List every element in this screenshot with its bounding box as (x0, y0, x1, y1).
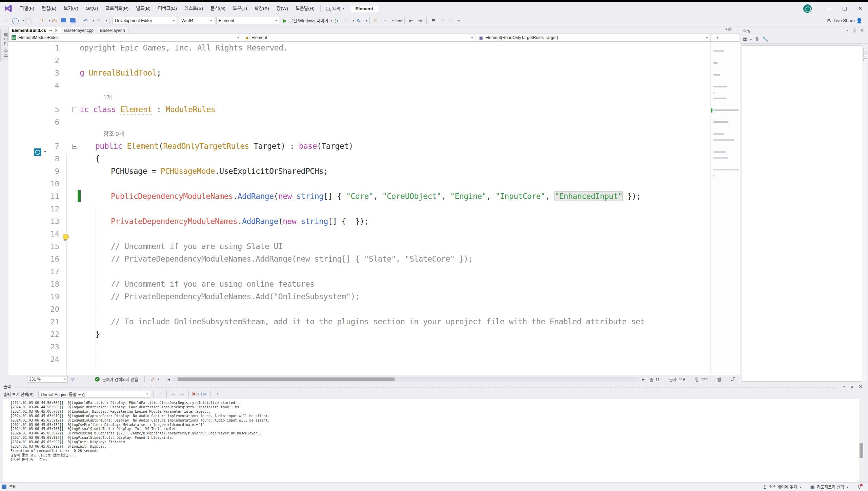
type-dropdown[interactable]: ◆ Element▾ (242, 34, 476, 41)
maximize-button[interactable]: ▢ (837, 3, 852, 14)
word-wrap-icon[interactable]: ab↵ (200, 390, 208, 398)
menu-item[interactable]: 도구(T) (229, 4, 251, 13)
chevron-down-icon[interactable]: ▾ (331, 19, 332, 22)
save-all-button[interactable] (68, 17, 76, 25)
tab-list-dropdown-icon[interactable]: ▾ 🗗 (725, 27, 732, 32)
member-dropdown[interactable]: ▣ Element(ReadOnlyTargetRules Target)▾ (476, 34, 711, 41)
menu-item[interactable]: 빌드(B) (132, 4, 154, 13)
chevron-down-icon[interactable]: ▾ (49, 19, 51, 22)
close-icon[interactable]: ✕ (859, 384, 863, 389)
notifications-button[interactable] (857, 485, 862, 489)
menu-item[interactable]: 창(W) (273, 4, 292, 13)
document-tab[interactable]: BasePlayer.h (97, 27, 128, 34)
document-tab[interactable]: BasePlayer.cpp (61, 27, 97, 34)
undo-button[interactable]: ↶ (81, 17, 89, 25)
project-dropdown[interactable]: C# ElementModuleRules▾ (9, 34, 242, 41)
start-debugging-button[interactable]: ▶ (281, 17, 289, 25)
chevron-down-icon[interactable]: ▾ (106, 19, 107, 22)
navbar-add-button[interactable]: + (711, 34, 724, 41)
next-bookmark-button[interactable]: ⚐ (447, 17, 455, 25)
properties-grid[interactable] (742, 45, 862, 382)
menu-item[interactable]: 편집(E) (38, 4, 60, 13)
menu-item[interactable]: 보기(V) (60, 4, 82, 13)
close-icon[interactable]: ✕ (860, 28, 864, 33)
data-sources-tab[interactable]: 데이터 소스 (0, 29, 8, 61)
menu-item[interactable]: 분석(N) (207, 4, 229, 13)
share-icon[interactable]: ⇱ (825, 17, 833, 25)
output-view-dropdown[interactable]: Unreal Engine 통합 로깅▾ (38, 391, 150, 398)
chevron-down-icon[interactable]: ▾ (353, 19, 355, 22)
fold-collapse-button[interactable]: – (72, 144, 77, 149)
solution-explorer-button[interactable]: ⌂ (381, 17, 389, 25)
eol-indicator[interactable]: LF (730, 377, 735, 382)
code-cleanup-icon[interactable]: 🖉 (151, 377, 155, 382)
add-user-icon[interactable]: 👤 (855, 17, 863, 25)
pin-tab-icon[interactable]: ⇀ (49, 27, 52, 34)
indent-decrease-icon[interactable]: ⇤ (407, 17, 415, 25)
toolbar-grip[interactable]: ⋮⋮ (2, 18, 9, 23)
indent-increase-icon[interactable]: ⇥ (416, 17, 424, 25)
fold-collapse-button[interactable]: – (72, 107, 77, 112)
previous-bookmark-button[interactable]: ⚐ (438, 17, 446, 25)
start-without-debugging-button[interactable]: ▷ (333, 17, 341, 25)
menu-item[interactable]: 테스트(S) (181, 4, 207, 13)
properties-scrollbar[interactable] (863, 47, 867, 382)
bookmark-button[interactable]: ⚑ (429, 17, 437, 25)
output-header[interactable]: 출력 ▾ ⊼ ✕ (0, 383, 868, 390)
pin-icon[interactable]: ⊼ (850, 384, 854, 389)
platform-dropdown[interactable]: Win64▾ (179, 17, 214, 24)
zoom-level-dropdown[interactable]: 231 %▾ (27, 376, 68, 383)
scroll-left-arrow[interactable]: ◂ (167, 377, 170, 382)
indent-mode-indicator[interactable]: 탭 (717, 376, 721, 382)
chevron-down-icon[interactable]: ▾ (93, 19, 94, 22)
close-button[interactable]: ✕ (852, 3, 868, 14)
output-log[interactable]: [2024.01.03-06.44.58:562][ 0]LogWorldPar… (3, 399, 860, 491)
menu-item[interactable]: 도움말(H) (292, 4, 318, 13)
chevron-down-icon[interactable]: ▾ (366, 19, 367, 22)
chevron-down-icon[interactable]: ▾ (22, 19, 24, 22)
timestamp-icon[interactable]: ◔ (213, 390, 221, 398)
close-tab-icon[interactable]: ✕ (55, 27, 58, 34)
spell-check-button[interactable]: ✓abc (394, 17, 402, 25)
alphabetical-sort-icon[interactable]: ⇅ (755, 37, 759, 41)
categorized-view-icon[interactable]: ▦▾ (743, 37, 752, 41)
horizontal-scrollbar-thumb[interactable] (178, 377, 395, 381)
editor-info-icon[interactable]: ⚲ (71, 377, 75, 382)
menu-item[interactable]: 확장(X) (251, 4, 273, 13)
menu-item[interactable]: 파일(F) (16, 4, 38, 13)
startup-project-dropdown[interactable]: Element▾ (216, 17, 279, 24)
refresh-button[interactable]: ↻ (355, 17, 363, 25)
quick-actions-lightbulb-icon[interactable] (63, 234, 69, 240)
add-to-source-control-button[interactable]: ↥ 소스 제어에 추가 ▴ (763, 484, 801, 490)
menu-item[interactable]: 디버그(D) (154, 4, 181, 13)
window-position-icon[interactable]: ▾ (843, 385, 845, 388)
live-share-label[interactable]: Live Share (834, 18, 855, 23)
navigate-back-button[interactable]: ← (11, 17, 19, 25)
navigate-forward-button[interactable]: → (24, 17, 33, 25)
next-message-icon[interactable]: ⇒ (178, 390, 186, 398)
new-file-button[interactable]: 🗋 (38, 17, 46, 25)
open-file-button[interactable]: 🗁 (51, 17, 59, 25)
clear-all-icon[interactable]: ✕≡ (191, 390, 199, 398)
select-repository-button[interactable]: ▣ 리포지토리 선택 ▴ (810, 484, 848, 490)
menu-item[interactable]: 프로젝트(P) (102, 4, 133, 13)
menu-item[interactable]: Git(G) (82, 4, 102, 13)
search-box[interactable]: 검색 ▾ (323, 5, 347, 12)
code-editor[interactable]: 1opyright Epic Games, Inc. All Rights Re… (8, 42, 740, 375)
chevron-down-icon[interactable]: ▾ (458, 19, 460, 22)
window-position-icon[interactable]: ▾ (846, 29, 848, 32)
health-status-label[interactable]: 문제가 검색되지 않음 (102, 376, 138, 382)
panel-drag-handle[interactable] (15, 385, 836, 388)
horizontal-scrollbar[interactable] (173, 377, 640, 382)
property-pages-icon[interactable]: 🔧 (763, 37, 768, 41)
codelens-references[interactable]: 1개 (103, 92, 112, 103)
find-in-files-button[interactable]: 🗀 (372, 17, 380, 25)
configuration-dropdown[interactable]: Development Editor▾ (113, 17, 177, 24)
document-tab[interactable]: Element.Build.cs⇀✕ (8, 27, 61, 34)
previous-message-icon[interactable]: ⇐ (169, 390, 177, 398)
scroll-right-arrow[interactable]: ▸ (642, 377, 645, 382)
output-scrollbar-thumb[interactable] (860, 443, 863, 458)
redo-button[interactable]: ↷ (95, 17, 103, 25)
output-scrollbar[interactable] (859, 400, 864, 491)
codelens-references[interactable]: 참조 0개 (103, 128, 124, 140)
